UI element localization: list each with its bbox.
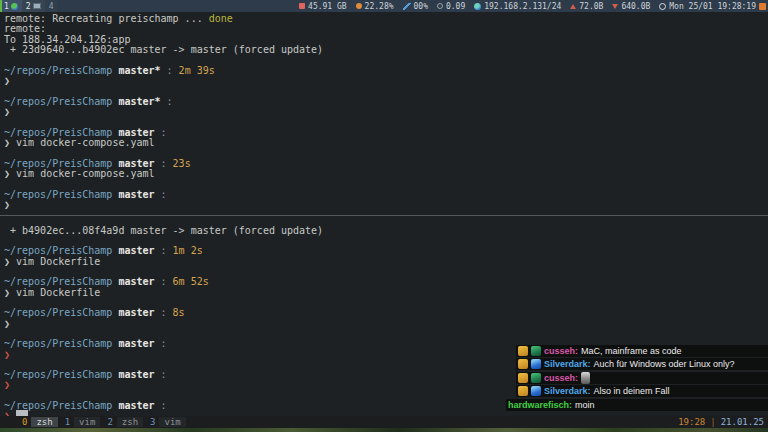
terminal-text: ~/repos/PreisChamp	[4, 338, 112, 349]
terminal-text: :	[161, 96, 173, 107]
terminal-text: 1m 2s	[167, 245, 203, 256]
chat-username: Silverdark:	[544, 358, 591, 370]
stat-value: 640.0B	[621, 2, 650, 11]
terminal-text: :	[155, 189, 167, 200]
chat-emote-icon	[581, 372, 590, 384]
stat-graph: 00%	[403, 2, 428, 11]
stat-clock: Mon 25/01 19:28:19	[659, 2, 756, 11]
terminal-line: + b4902ec...08f4a9d master -> master (fo…	[4, 226, 768, 236]
terminal-text: 23s	[167, 158, 191, 169]
pane-divider	[0, 215, 768, 216]
terminal-text: master	[112, 245, 154, 256]
terminal-text: :	[155, 245, 167, 256]
terminal-text: + b4902ec...08f4a9d master -> master (fo…	[4, 225, 323, 236]
chat-message-text: Auch für Windows oder Linux only?	[594, 358, 735, 370]
terminal-text: master*	[112, 65, 160, 76]
terminal-text: :	[155, 369, 167, 380]
workspace-2[interactable]: 2	[22, 0, 45, 12]
terminal-text: done	[209, 13, 233, 24]
terminal-line: ❯ vim docker-compose.yaml	[4, 138, 768, 148]
workspace-4[interactable]: 4	[45, 0, 58, 12]
sub-badge-gold-icon	[518, 386, 528, 396]
tmux-window-index: 0	[22, 417, 27, 427]
tmux-window-0[interactable]: 0zsh	[22, 417, 58, 427]
workspace-1[interactable]: 1	[0, 0, 22, 12]
tmux-window-index: 1	[65, 417, 70, 427]
chat-username: Silverdark:	[544, 385, 591, 397]
stat-value: 00%	[414, 2, 428, 11]
terminal-text: ❯	[4, 75, 10, 86]
tmux-window-index: 3	[150, 417, 155, 427]
chat-message-text: Also in deinem Fall	[594, 385, 670, 397]
tmux-window-3[interactable]: 3vim	[150, 417, 186, 427]
terminal-text: 2m 39s	[173, 65, 215, 76]
terminal-text: ❯	[4, 349, 10, 360]
stat-download: 640.0B	[612, 2, 650, 11]
terminal-line: ~/repos/PreisChamp master :	[4, 190, 768, 200]
terminal-line: ❯	[4, 107, 768, 117]
terminal-text: ~/repos/PreisChamp	[4, 96, 112, 107]
stat-network: 192.168.2.131/24	[474, 2, 561, 11]
graph-icon	[403, 3, 411, 10]
chat-username: cusseh:	[544, 372, 578, 384]
status-time: 19:28	[678, 417, 705, 427]
terminal-text: vim docker-compose.yaml	[10, 168, 155, 179]
terminal-line: ❯	[4, 319, 768, 329]
terminal-text: master	[112, 369, 154, 380]
status-date: 21.01.25	[721, 417, 764, 427]
tmux-window-index: 2	[107, 417, 112, 427]
avatar-blue-icon	[531, 386, 541, 396]
terminal-text: ❯	[4, 379, 10, 390]
chat-message: hardwarefisch:moin	[506, 399, 768, 411]
tmux-status-bar: 0zsh1vim2zsh3vim 19:28 | 21.01.25	[0, 416, 768, 428]
tray-icon[interactable]	[759, 3, 766, 10]
terminal-text: + 23d9640...b4902ec master -> master (fo…	[4, 44, 323, 55]
terminal-text: :	[155, 338, 167, 349]
terminal-line: ~/repos/PreisChamp master : 8s	[4, 308, 768, 318]
terminal-line: ~/repos/PreisChamp master : 6m 52s	[4, 277, 768, 287]
terminal-line: ~/repos/PreisChamp master* :	[4, 97, 768, 107]
avatar-blue-icon	[531, 359, 541, 369]
terminal-text: ❯	[4, 106, 10, 117]
stat-value: 0.09	[446, 2, 465, 11]
chat-message: Silverdark:Also in deinem Fall	[516, 385, 768, 397]
terminal-line: ❯	[4, 76, 768, 86]
terminal-text: ~/repos/PreisChamp	[4, 307, 112, 318]
upload-icon	[570, 4, 576, 9]
terminal-line: ~/repos/PreisChamp master* : 2m 39s	[4, 66, 768, 76]
memory-icon	[299, 3, 305, 9]
tmux-window-name: zsh	[117, 417, 143, 427]
terminal-text: vim Dockerfile	[10, 287, 100, 298]
system-stats: 45.91 GB22.28%00%0.09192.168.2.131/2472.…	[299, 2, 756, 11]
system-bar: 124 45.91 GB22.28%00%0.09192.168.2.131/2…	[0, 0, 768, 12]
terminal-line: ❯ vim Dockerfile	[4, 257, 768, 267]
terminal-text: :	[161, 65, 173, 76]
terminal-text: master	[112, 307, 154, 318]
workspace-list: 124	[0, 0, 57, 12]
cpu-icon	[356, 3, 362, 9]
tmux-window-name: vim	[74, 417, 100, 427]
display-icon	[33, 3, 41, 9]
terminal-text: master*	[112, 96, 160, 107]
stat-upload: 72.0B	[570, 2, 603, 11]
tmux-window-name: vim	[159, 417, 185, 427]
workspace-label: 4	[49, 2, 54, 11]
desktop-wallpaper-strip	[0, 428, 768, 432]
terminal-text: :	[155, 307, 167, 318]
sub-badge-gold-icon	[518, 346, 528, 356]
chat-username: cusseh:	[544, 345, 578, 357]
tmux-window-2[interactable]: 2zsh	[107, 417, 143, 427]
tmux-window-1[interactable]: 1vim	[65, 417, 101, 427]
stat-cpu: 22.28%	[356, 2, 394, 11]
chat-message-text: moin	[575, 399, 595, 411]
tmux-window-list: 0zsh1vim2zsh3vim	[22, 417, 186, 427]
chat-message: cusseh:	[516, 372, 768, 384]
stat-memory: 45.91 GB	[299, 2, 347, 11]
terminal-text: 8s	[167, 307, 185, 318]
terminal-text: master	[112, 189, 154, 200]
workspace-label: 2	[26, 2, 31, 11]
terminal-text: vim Dockerfile	[10, 256, 100, 267]
terminal-text: ~/repos/PreisChamp	[4, 369, 112, 380]
terminal-text: ❯	[4, 199, 10, 210]
globe-icon	[11, 3, 18, 10]
